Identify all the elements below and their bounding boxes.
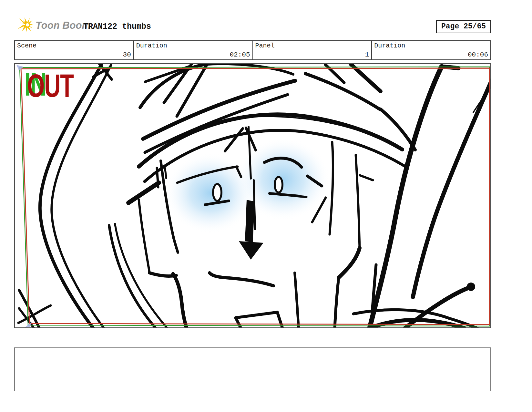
panel-number-cell: Panel 1: [253, 41, 372, 59]
toonboom-logo-text: Toon Boom: [36, 20, 91, 31]
document-title: TRAN122 thumbs: [83, 22, 151, 31]
scene-duration-value: 02:05: [230, 51, 250, 58]
character-sketch-strokes: [18, 64, 490, 327]
panel-duration-cell: Duration 00:06: [372, 41, 490, 59]
scene-cell: Scene 30: [15, 41, 134, 59]
page-number-badge: Page 25/65: [436, 20, 491, 33]
down-arrow-head: [239, 241, 263, 260]
storyboard-panel: IN OUT: [14, 63, 491, 328]
caption-box: [14, 347, 491, 391]
storyboard-sketch: [15, 64, 490, 327]
panel-number-label: Panel: [255, 42, 275, 49]
scene-label: Scene: [17, 42, 36, 49]
panel-info-table: Scene 30 Duration 02:05 Panel 1 Duration…: [14, 40, 491, 60]
scene-duration-cell: Duration 02:05: [134, 41, 253, 59]
scene-duration-label: Duration: [136, 42, 167, 49]
left-eye-pupil: [213, 184, 221, 201]
storyboard-export-page: Toon Boom TRAN122 thumbs Page 25/65 Scen…: [0, 0, 532, 412]
panel-duration-value: 00:06: [468, 51, 488, 58]
page-header: Toon Boom TRAN122 thumbs Page 25/65: [14, 17, 491, 36]
scene-value: 30: [123, 51, 131, 58]
toonboom-starburst-icon: [17, 17, 34, 34]
down-arrow-shaft: [245, 200, 255, 242]
toonboom-logo: Toon Boom: [17, 17, 91, 34]
right-eye-pupil: [275, 177, 282, 192]
panel-duration-label: Duration: [374, 42, 405, 49]
panel-number-value: 1: [365, 51, 369, 58]
